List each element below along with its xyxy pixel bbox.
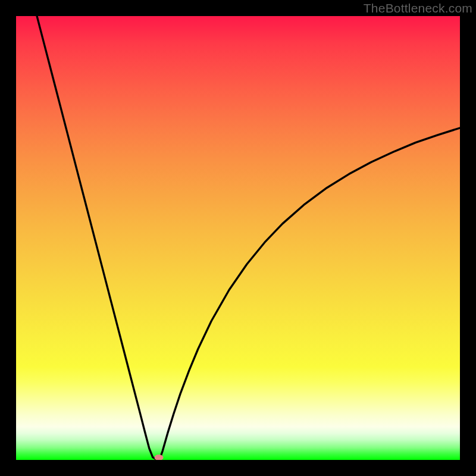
bottleneck-chart: TheBottleneck.com bbox=[0, 0, 476, 476]
plot-area bbox=[16, 16, 460, 460]
bottleneck-curve-path bbox=[37, 16, 460, 459]
curve-svg bbox=[16, 16, 460, 460]
watermark-text: TheBottleneck.com bbox=[364, 1, 472, 15]
min-point-marker bbox=[155, 455, 164, 460]
